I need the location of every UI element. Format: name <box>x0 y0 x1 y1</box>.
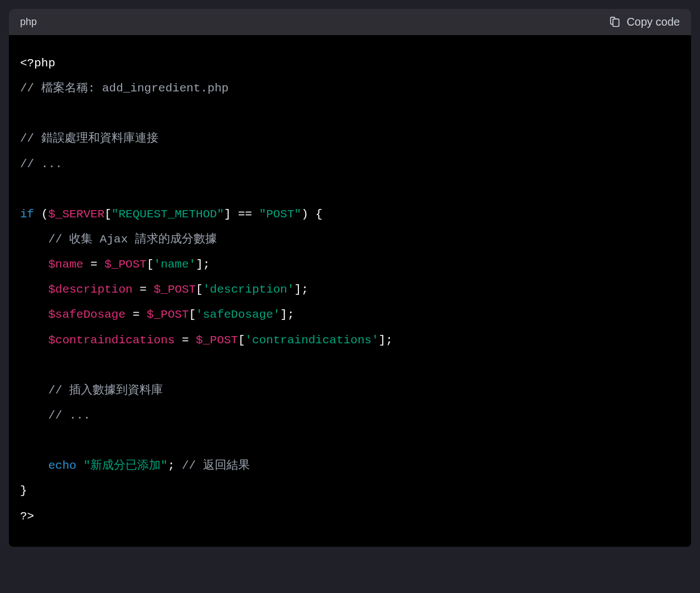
variable: $name <box>48 258 83 271</box>
paren: ( <box>41 208 49 221</box>
operator: == <box>238 208 252 221</box>
code-comment: // 插入數據到資料庫 <box>48 384 163 397</box>
operator: = <box>139 283 147 296</box>
variable: $_POST <box>147 308 189 321</box>
bracket: [ <box>104 208 112 221</box>
brace: { <box>315 208 322 221</box>
keyword-echo: echo <box>48 459 76 472</box>
code-content: <?php // 檔案名稱: add_ingredient.php // 錯誤處… <box>9 35 691 547</box>
copy-code-label: Copy code <box>626 16 680 28</box>
variable: $_POST <box>104 258 147 271</box>
code-comment: // ... <box>20 158 62 171</box>
paren: ) <box>301 208 308 221</box>
clipboard-icon <box>610 16 621 28</box>
semicolon: ; <box>301 283 308 296</box>
bracket: ] <box>295 283 302 296</box>
semicolon: ; <box>203 258 210 271</box>
operator: = <box>182 334 189 347</box>
string: "POST" <box>259 208 302 221</box>
code-comment: // ... <box>48 409 90 422</box>
string: "REQUEST_METHOD" <box>112 208 224 221</box>
code-comment: // 錯誤處理和資料庫連接 <box>20 132 158 145</box>
code-header: php Copy code <box>9 9 691 35</box>
semicolon: ; <box>385 334 393 347</box>
string: 'name' <box>154 258 196 271</box>
variable: $description <box>48 283 132 296</box>
variable: $safeDosage <box>48 308 125 321</box>
variable: $_POST <box>153 283 196 296</box>
variable: $contraindications <box>48 334 175 347</box>
operator: = <box>90 258 98 271</box>
operator: = <box>133 308 140 321</box>
string: 'safeDosage' <box>196 308 280 321</box>
brace: } <box>20 484 27 497</box>
bracket: ] <box>379 334 386 347</box>
code-block: php Copy code <?php // 檔案名稱: add_ingredi… <box>9 9 691 547</box>
semicolon: ; <box>287 308 295 321</box>
bracket: [ <box>189 308 196 321</box>
bracket: ] <box>280 308 287 321</box>
bracket: [ <box>147 258 154 271</box>
keyword-if: if <box>20 208 34 221</box>
variable: $_SERVER <box>48 208 104 221</box>
svg-rect-0 <box>613 19 619 26</box>
bracket: [ <box>196 283 203 296</box>
code-comment: // 返回結果 <box>182 459 250 472</box>
code-comment: // 檔案名稱: add_ingredient.php <box>20 82 229 95</box>
code-comment: // 收集 Ajax 請求的成分數據 <box>48 233 216 246</box>
php-close-tag: ?> <box>20 510 34 523</box>
copy-code-button[interactable]: Copy code <box>610 16 680 28</box>
language-label: php <box>20 16 37 28</box>
php-open-tag: <?php <box>20 57 55 70</box>
variable: $_POST <box>196 334 238 347</box>
string: "新成分已添加" <box>83 459 167 472</box>
string: 'contraindications' <box>245 334 378 347</box>
semicolon: ; <box>168 459 175 472</box>
string: 'description' <box>203 283 295 296</box>
bracket: ] <box>196 258 203 271</box>
bracket: ] <box>224 208 231 221</box>
bracket: [ <box>238 334 245 347</box>
